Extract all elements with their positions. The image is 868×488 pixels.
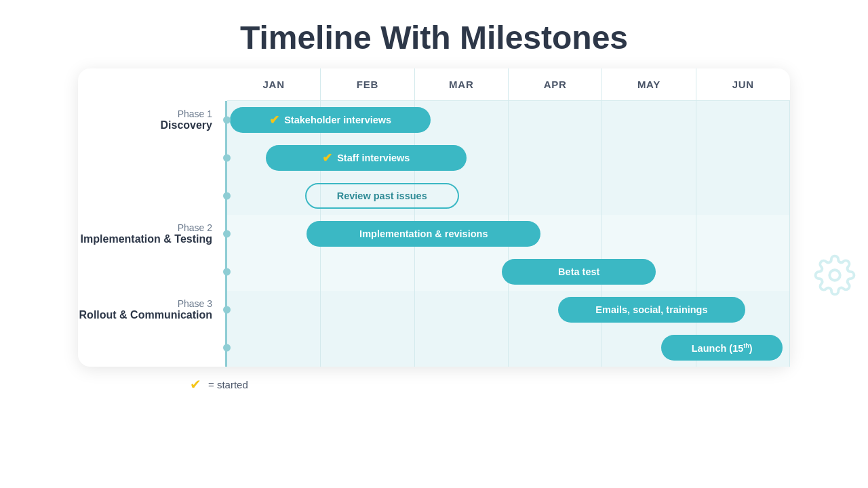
task-label-stakeholder: Stakeholder interviews [284, 115, 391, 125]
cell-d3-jun [696, 177, 790, 215]
cell-i1-jun [696, 215, 790, 253]
impl-row-2: Beta test [227, 253, 790, 291]
phase2-name: Implementation & Testing [81, 233, 212, 245]
cell-d2-jun [696, 139, 790, 177]
check-icon-1: ✔ [269, 113, 279, 127]
check-icon-2: ✔ [322, 150, 332, 165]
phase1-number: Phase 1 [161, 108, 213, 119]
legend: ✔ = started [0, 367, 868, 395]
rollout-row-1: Emails, social, trainings [227, 291, 790, 329]
cell-i2-jun [696, 253, 790, 291]
cell-r1-feb [321, 291, 414, 329]
phase-rollout-label-row2 [78, 329, 227, 367]
cell-d2-apr [509, 139, 602, 177]
phase-discovery-label-row3 [78, 177, 227, 215]
cell-d3-apr [509, 177, 602, 215]
task-emails-social: Emails, social, trainings [558, 297, 745, 323]
timeline-chart: Phase 1 Discovery Phase 2 Implementation… [78, 68, 790, 367]
phase-impl-label-row1: Phase 2 Implementation & Testing [78, 215, 227, 253]
legend-text: = started [208, 379, 248, 390]
month-jun: JUN [696, 68, 790, 100]
cell-d1-apr [509, 101, 602, 139]
cell-d1-jun [696, 101, 790, 139]
phase-labels: Phase 1 Discovery Phase 2 Implementation… [78, 68, 227, 367]
rollout-row-2: Launch (15th) [227, 329, 790, 367]
task-label-beta: Beta test [558, 266, 599, 277]
cell-d1-may [602, 101, 696, 139]
task-label-impl: Implementation & revisions [359, 228, 488, 239]
cell-r1-jan [227, 291, 321, 329]
cell-i2-jan [227, 253, 321, 291]
legend-check-icon: ✔ [190, 376, 201, 392]
task-label-staff: Staff interviews [337, 152, 410, 163]
discovery-row-1: ✔ Stakeholder interviews [227, 101, 790, 139]
gear-icon [814, 254, 856, 299]
task-stakeholder-interviews: ✔ Stakeholder interviews [230, 107, 431, 133]
cell-r2-feb [321, 329, 414, 367]
svg-point-0 [829, 270, 840, 281]
month-jan: JAN [227, 68, 321, 100]
task-impl-revisions: Implementation & revisions [307, 221, 540, 247]
task-launch: Launch (15th) [661, 335, 783, 361]
month-headers: JAN FEB MAR APR MAY JUN [227, 68, 790, 101]
task-label-review: Review past issues [337, 190, 427, 201]
month-may: MAY [602, 68, 696, 100]
phase3-number: Phase 3 [79, 298, 212, 309]
cell-r2-apr [509, 329, 602, 367]
impl-row-1: Implementation & revisions [227, 215, 790, 253]
cell-r2-jan [227, 329, 321, 367]
phase1-name: Discovery [161, 119, 213, 131]
cell-i2-mar [415, 253, 509, 291]
task-label-launch: Launch (15th) [692, 342, 753, 354]
month-apr: APR [509, 68, 602, 100]
month-feb: FEB [321, 68, 414, 100]
cell-i2-feb [321, 253, 414, 291]
phase2-number: Phase 2 [81, 222, 212, 233]
task-review-past-issues: Review past issues [305, 183, 459, 209]
cell-d2-may [602, 139, 696, 177]
cell-r1-mar [415, 291, 509, 329]
timeline-grid: JAN FEB MAR APR MAY JUN [227, 68, 790, 367]
phase-discovery-label-row2 [78, 139, 227, 177]
task-staff-interviews: ✔ Staff interviews [266, 145, 467, 171]
discovery-row-3: Review past issues [227, 177, 790, 215]
cell-r2-mar [415, 329, 509, 367]
month-mar: MAR [415, 68, 509, 100]
discovery-row-2: ✔ Staff interviews [227, 139, 790, 177]
task-label-emails: Emails, social, trainings [595, 304, 707, 315]
phase-discovery-label-row1: Phase 1 Discovery [78, 101, 227, 139]
phase3-name: Rollout & Communication [79, 309, 212, 321]
task-beta-test: Beta test [502, 259, 656, 285]
page-title: Timeline With Milestones [0, 0, 868, 68]
phase-rollout-label-row1: Phase 3 Rollout & Communication [78, 291, 227, 329]
phase-impl-label-row2 [78, 253, 227, 291]
cell-i1-may [602, 215, 696, 253]
cell-d3-may [602, 177, 696, 215]
